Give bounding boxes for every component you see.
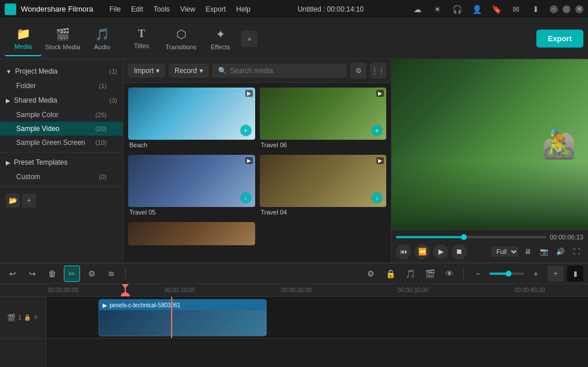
menu-file[interactable]: File	[105, 3, 125, 16]
media-label-travel06: Travel 06	[260, 140, 387, 150]
zoom-slider[interactable]	[489, 272, 524, 275]
menu-tools[interactable]: Tools	[149, 3, 175, 16]
sidebar-item-folder[interactable]: Folder (1)	[0, 79, 123, 93]
media-item-travel05[interactable]: ▶ ↓ Travel 05	[128, 155, 255, 217]
sidebar: ▼ Project Media (1) Folder (1) ▶ Shared …	[0, 59, 124, 263]
lock-button[interactable]: 🔒	[382, 266, 398, 282]
monitor-icon[interactable]: 🖥	[521, 245, 535, 259]
menu-edit[interactable]: Edit	[126, 3, 148, 16]
transitions-icon: ⬡	[176, 27, 186, 41]
more-button[interactable]: ▮	[567, 266, 583, 282]
clip-name: pexels-c-technical-5803061	[110, 302, 180, 308]
toolbar-transitions-label: Transitions	[165, 43, 196, 50]
chevron-down-icon: ▼	[6, 68, 12, 75]
sidebar-item-sample-video[interactable]: Sample Video (20)	[0, 122, 123, 136]
export-button[interactable]: Export	[536, 30, 583, 48]
add-badge-travel04: ↓	[371, 192, 383, 204]
toolbar-stock-media[interactable]: 🎬 Stock Media	[44, 21, 81, 56]
cloud-icon[interactable]: ☁	[411, 2, 424, 16]
video-clip[interactable]: ▶ pexels-c-technical-5803061	[99, 299, 267, 336]
headset-icon[interactable]: 🎧	[450, 2, 464, 16]
stock-media-icon: 🎬	[56, 27, 70, 41]
preview-controls: 00:00:06:13 ⏮ ⏪ ▶ ⏹ Full 🖥 📷 🔊 ⛶	[391, 230, 588, 263]
fullscreen-icon[interactable]: ⛶	[569, 245, 583, 259]
sidebar-actions: 📂 +	[0, 189, 123, 212]
eye-button[interactable]: 👁	[441, 266, 458, 282]
sidebar-item-sample-color[interactable]: Sample Color (25)	[0, 108, 123, 122]
toolbar-transitions[interactable]: ⬡ Transitions	[162, 21, 199, 56]
sidebar-item-custom[interactable]: Custom (0)	[0, 170, 123, 184]
add-track-button[interactable]: +	[547, 266, 564, 282]
import-label: Import	[134, 67, 154, 75]
video-track-icon: 🎬	[7, 314, 16, 322]
project-media-count: (1)	[110, 68, 117, 75]
minimize-button[interactable]: −	[550, 5, 558, 13]
snap-button[interactable]: ⚙	[362, 266, 379, 282]
add-folder-button[interactable]: 📂	[6, 194, 20, 208]
lock-track-icon[interactable]: 🔒	[24, 314, 31, 321]
grid-view-button[interactable]: ⋮⋮	[370, 63, 386, 79]
timeline-ruler: 00:00:00:00 00:00:10:00 00:00:20:00 00:0…	[0, 284, 588, 297]
stop-button[interactable]: ⏹	[452, 244, 467, 259]
close-button[interactable]: ✕	[575, 5, 583, 13]
separator-1	[125, 268, 126, 279]
ruler-times: 00:00:00:00 00:00:10:00 00:00:20:00 00:0…	[5, 287, 588, 293]
download-icon[interactable]: ⬇	[529, 2, 543, 16]
sidebar-preset-templates[interactable]: ▶ Preset Templates	[0, 155, 123, 170]
maximize-button[interactable]: □	[562, 5, 571, 13]
screenshot-icon[interactable]: 📷	[537, 245, 551, 259]
clip-button[interactable]: 🎬	[422, 266, 438, 282]
menu-view[interactable]: View	[176, 3, 200, 16]
folder-label: Folder	[16, 82, 36, 90]
import-button[interactable]: Import ▾	[128, 64, 165, 78]
video-track: ▶ pexels-c-technical-5803061	[46, 297, 588, 339]
eye-track-icon[interactable]: 👁	[33, 314, 39, 321]
search-input[interactable]	[230, 67, 341, 75]
cut-button[interactable]: ✂	[64, 266, 80, 282]
sun-icon[interactable]: ☀	[430, 2, 444, 16]
sample-video-count: (20)	[95, 125, 107, 132]
toolbar-titles[interactable]: T Titles	[123, 21, 160, 56]
sample-color-label: Sample Color	[16, 111, 59, 119]
filter-button[interactable]: ⚙	[350, 63, 366, 79]
sidebar-item-sample-green-screen[interactable]: Sample Green Screen (10)	[0, 136, 123, 150]
redo-button[interactable]: ↪	[24, 266, 41, 282]
audio-mix-button[interactable]: ≋	[103, 266, 119, 282]
volume-icon[interactable]: 🔊	[553, 245, 567, 259]
media-item-beach[interactable]: ▶ + Beach	[128, 88, 255, 150]
mail-icon[interactable]: ✉	[509, 2, 523, 16]
split-audio-button[interactable]: 🎵	[402, 266, 418, 282]
media-toolbar: Import ▾ Record ▾ 🔍 ⚙ ⋮⋮	[124, 59, 391, 83]
add-item-button[interactable]: +	[22, 194, 36, 208]
video-badge-beach: ▶	[245, 90, 253, 97]
undo-button[interactable]: ↩	[5, 266, 21, 282]
media-label-beach: Beach	[128, 140, 255, 150]
record-button[interactable]: Record ▾	[169, 64, 209, 78]
media-item-travel06[interactable]: ▶ + Travel 06	[260, 88, 387, 150]
zoom-in-button[interactable]: +	[528, 266, 544, 282]
video-badge-travel06: ▶	[376, 90, 384, 97]
shared-media-count: (3)	[110, 97, 117, 104]
settings-button[interactable]: ⚙	[84, 266, 100, 282]
toolbar-expand-button[interactable]: »	[241, 31, 257, 47]
rewind-button[interactable]: ⏮	[396, 244, 411, 259]
toolbar-effects[interactable]: ✦ Effects	[202, 21, 239, 56]
progress-dot	[461, 234, 467, 240]
progress-bar[interactable]	[396, 236, 546, 238]
preview-time: 00:00:06:13	[550, 234, 583, 241]
user-icon[interactable]: 👤	[470, 2, 484, 16]
toolbar-media[interactable]: 📁 Media	[5, 21, 42, 56]
toolbar-audio[interactable]: 🎵 Audio	[84, 21, 121, 56]
play-button[interactable]: ▶	[433, 244, 448, 259]
zoom-out-button[interactable]: −	[470, 266, 486, 282]
sidebar-shared-media[interactable]: ▶ Shared Media (3)	[0, 93, 123, 108]
step-back-button[interactable]: ⏪	[415, 244, 430, 259]
media-item-extra[interactable]	[128, 222, 255, 245]
delete-button[interactable]: 🗑	[44, 266, 60, 282]
menu-export[interactable]: Export	[201, 3, 231, 16]
sidebar-project-media[interactable]: ▼ Project Media (1)	[0, 64, 123, 79]
menu-help[interactable]: Help	[231, 3, 255, 16]
quality-select[interactable]: Full	[492, 246, 518, 257]
media-item-travel04[interactable]: ▶ ↓ Travel 04	[260, 155, 387, 217]
bookmark-icon[interactable]: 🔖	[489, 2, 503, 16]
